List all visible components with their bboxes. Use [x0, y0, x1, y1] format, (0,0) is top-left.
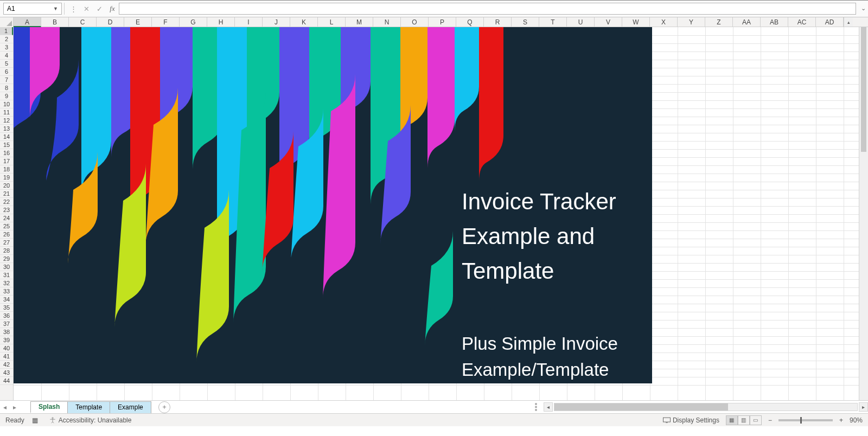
scroll-up-icon[interactable]: ▴: [844, 17, 853, 27]
column-header[interactable]: X: [650, 17, 678, 27]
row-header[interactable]: 34: [0, 296, 13, 304]
scroll-left-icon[interactable]: ◂: [544, 402, 553, 412]
tab-scroll-right-icon[interactable]: ▸: [10, 403, 20, 411]
row-header[interactable]: 33: [0, 287, 13, 296]
add-sheet-button[interactable]: ＋: [158, 401, 170, 413]
column-header[interactable]: R: [484, 17, 512, 27]
row-header[interactable]: 27: [0, 239, 13, 247]
row-header[interactable]: 38: [0, 328, 13, 336]
column-header[interactable]: AB: [761, 17, 788, 27]
tab-scroll-left-icon[interactable]: ◂: [0, 403, 10, 411]
row-header[interactable]: 43: [0, 369, 13, 377]
split-icon[interactable]: ⋮: [67, 3, 80, 15]
column-header[interactable]: AD: [816, 17, 844, 27]
column-header[interactable]: U: [567, 17, 595, 27]
column-header[interactable]: H: [207, 17, 235, 27]
row-header[interactable]: 35: [0, 304, 13, 312]
row-header[interactable]: 7: [0, 76, 13, 84]
fx-icon[interactable]: fx: [106, 3, 119, 15]
column-header[interactable]: D: [97, 17, 124, 27]
column-header[interactable]: G: [180, 17, 207, 27]
column-header[interactable]: V: [595, 17, 622, 27]
column-header[interactable]: F: [152, 17, 180, 27]
macro-record-icon[interactable]: ▦: [32, 416, 38, 424]
zoom-level[interactable]: 90%: [850, 416, 863, 424]
column-header[interactable]: I: [235, 17, 263, 27]
column-header[interactable]: J: [263, 17, 290, 27]
row-header[interactable]: 39: [0, 336, 13, 344]
row-header[interactable]: 19: [0, 174, 13, 182]
view-page-layout-icon[interactable]: ▥: [738, 415, 750, 425]
column-header[interactable]: Q: [456, 17, 484, 27]
column-header[interactable]: T: [539, 17, 567, 27]
row-header[interactable]: 36: [0, 312, 13, 320]
row-header[interactable]: 16: [0, 149, 13, 157]
row-header[interactable]: 30: [0, 263, 13, 271]
row-header[interactable]: 18: [0, 165, 13, 174]
row-header[interactable]: 40: [0, 344, 13, 352]
row-header[interactable]: 3: [0, 43, 13, 52]
zoom-out-button[interactable]: −: [768, 416, 772, 424]
column-header[interactable]: Z: [705, 17, 733, 27]
enter-formula-icon[interactable]: ✓: [93, 3, 106, 15]
row-header[interactable]: 29: [0, 255, 13, 263]
sheet-tab[interactable]: Splash: [30, 401, 68, 413]
vertical-scrollbar[interactable]: [859, 27, 868, 400]
column-header[interactable]: P: [429, 17, 456, 27]
row-header[interactable]: 37: [0, 320, 13, 328]
row-header[interactable]: 24: [0, 214, 13, 222]
row-header[interactable]: 1: [0, 27, 13, 35]
expand-formula-bar-icon[interactable]: ⌄: [861, 5, 866, 12]
row-header[interactable]: 21: [0, 190, 13, 198]
column-header[interactable]: AC: [788, 17, 816, 27]
row-header[interactable]: 26: [0, 230, 13, 239]
row-header[interactable]: 2: [0, 35, 13, 43]
display-settings-button[interactable]: Display Settings: [663, 416, 719, 424]
row-header[interactable]: 9: [0, 92, 13, 100]
name-box[interactable]: A1 ▼: [3, 3, 62, 15]
row-header[interactable]: 4: [0, 52, 13, 60]
column-header[interactable]: M: [346, 17, 373, 27]
sheet-tab[interactable]: Example: [110, 401, 151, 413]
column-header[interactable]: K: [290, 17, 318, 27]
row-header[interactable]: 8: [0, 84, 13, 92]
column-header[interactable]: A: [14, 17, 41, 27]
row-header[interactable]: 25: [0, 222, 13, 230]
row-header[interactable]: 5: [0, 60, 13, 68]
row-header[interactable]: 28: [0, 247, 13, 255]
row-header[interactable]: 32: [0, 279, 13, 287]
row-header[interactable]: 42: [0, 361, 13, 369]
column-header[interactable]: B: [41, 17, 69, 27]
row-header[interactable]: 6: [0, 68, 13, 76]
column-header[interactable]: S: [512, 17, 539, 27]
column-header[interactable]: O: [401, 17, 429, 27]
accessibility-status[interactable]: Accessibility: Unavailable: [49, 416, 132, 424]
scroll-right-icon[interactable]: ▸: [859, 402, 868, 412]
column-header[interactable]: AA: [733, 17, 761, 27]
cancel-formula-icon[interactable]: ✕: [80, 3, 93, 15]
column-header[interactable]: Y: [678, 17, 705, 27]
column-header[interactable]: W: [622, 17, 650, 27]
row-header[interactable]: 23: [0, 206, 13, 214]
worksheet-grid[interactable]: 1234567891011121314151617181920212223242…: [0, 27, 868, 400]
column-header[interactable]: E: [124, 17, 152, 27]
row-header[interactable]: 14: [0, 133, 13, 141]
column-header[interactable]: C: [69, 17, 97, 27]
formula-input[interactable]: [119, 3, 856, 15]
column-header[interactable]: N: [373, 17, 401, 27]
view-normal-icon[interactable]: ▦: [726, 415, 738, 425]
row-header[interactable]: 44: [0, 377, 13, 385]
row-header[interactable]: 22: [0, 198, 13, 206]
row-header[interactable]: 10: [0, 100, 13, 108]
row-header[interactable]: 15: [0, 141, 13, 149]
row-header[interactable]: 20: [0, 182, 13, 190]
horizontal-scrollbar[interactable]: ◂ ▸: [535, 402, 868, 412]
row-header[interactable]: 41: [0, 352, 13, 361]
tab-split-handle[interactable]: [535, 403, 538, 411]
row-header[interactable]: 17: [0, 157, 13, 165]
row-header[interactable]: 11: [0, 108, 13, 117]
zoom-in-button[interactable]: +: [839, 416, 843, 424]
chevron-down-icon[interactable]: ▼: [53, 6, 58, 11]
select-all-triangle[interactable]: [0, 17, 14, 27]
row-header[interactable]: 31: [0, 271, 13, 279]
